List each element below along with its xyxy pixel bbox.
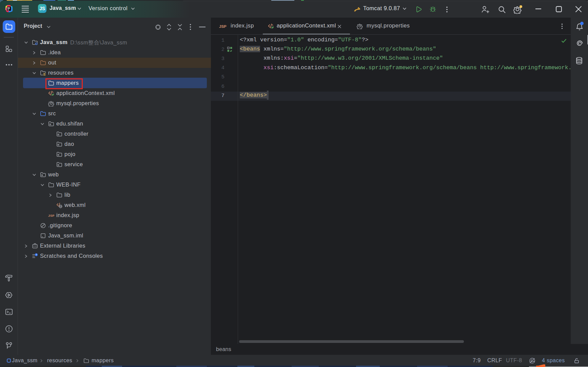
svg-text:JSP: JSP <box>219 24 227 28</box>
